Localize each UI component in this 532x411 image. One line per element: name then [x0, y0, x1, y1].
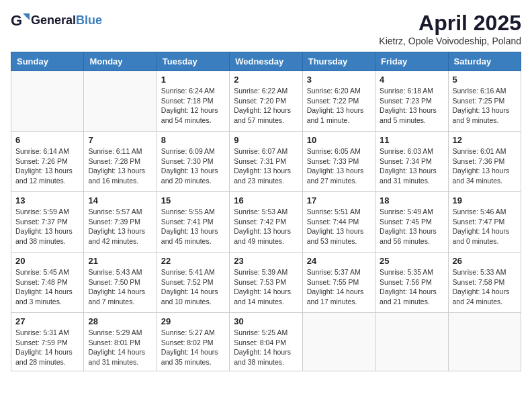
calendar-cell [11, 71, 84, 132]
day-info: Sunrise: 6:09 AMSunset: 7:30 PMDaylight:… [161, 146, 225, 186]
svg-text:G: G [11, 12, 22, 29]
day-info: Sunrise: 6:18 AMSunset: 7:23 PMDaylight:… [380, 86, 443, 126]
day-number: 12 [453, 135, 517, 145]
day-number: 22 [161, 256, 225, 266]
calendar-cell: 7Sunrise: 6:11 AMSunset: 7:28 PMDaylight… [84, 132, 157, 192]
days-header-row: Sunday Monday Tuesday Wednesday Thursday… [11, 52, 521, 71]
day-number: 18 [380, 195, 443, 205]
calendar-cell: 2Sunrise: 6:22 AMSunset: 7:20 PMDaylight… [230, 71, 302, 132]
week-row-4: 20Sunrise: 5:45 AMSunset: 7:48 PMDayligh… [11, 253, 521, 313]
day-info: Sunrise: 6:16 AMSunset: 7:25 PMDaylight:… [453, 86, 517, 126]
logo-blue: Blue [76, 13, 102, 27]
title-area: April 2025 Kietrz, Opole Voivodeship, Po… [379, 11, 521, 46]
day-info: Sunrise: 5:29 AMSunset: 8:01 PMDaylight:… [88, 328, 152, 367]
calendar-table: Sunday Monday Tuesday Wednesday Thursday… [11, 52, 521, 371]
day-info: Sunrise: 5:59 AMSunset: 7:37 PMDaylight:… [15, 207, 79, 246]
calendar-cell: 22Sunrise: 5:41 AMSunset: 7:52 PMDayligh… [157, 253, 229, 313]
calendar-cell: 26Sunrise: 5:33 AMSunset: 7:58 PMDayligh… [448, 253, 521, 313]
day-info: Sunrise: 6:24 AMSunset: 7:18 PMDaylight:… [161, 86, 225, 126]
day-number: 21 [88, 256, 152, 266]
day-info: Sunrise: 5:27 AMSunset: 8:02 PMDaylight:… [161, 328, 225, 367]
calendar-cell: 18Sunrise: 5:49 AMSunset: 7:45 PMDayligh… [375, 192, 448, 253]
day-number: 26 [453, 256, 517, 266]
day-number: 3 [307, 75, 371, 85]
day-number: 8 [161, 135, 225, 145]
day-number: 2 [234, 75, 298, 85]
day-info: Sunrise: 5:43 AMSunset: 7:50 PMDaylight:… [88, 267, 152, 307]
calendar-cell: 29Sunrise: 5:27 AMSunset: 8:02 PMDayligh… [157, 313, 229, 371]
calendar-cell: 27Sunrise: 5:31 AMSunset: 7:59 PMDayligh… [11, 313, 84, 371]
day-info: Sunrise: 5:41 AMSunset: 7:52 PMDaylight:… [161, 267, 225, 307]
day-number: 25 [380, 256, 443, 266]
day-number: 11 [380, 135, 443, 145]
calendar-cell: 28Sunrise: 5:29 AMSunset: 8:01 PMDayligh… [84, 313, 157, 371]
day-info: Sunrise: 5:49 AMSunset: 7:45 PMDaylight:… [380, 207, 443, 246]
calendar-cell [448, 313, 521, 371]
calendar-cell [375, 313, 448, 371]
page-header: G GeneralBlue April 2025 Kietrz, Opole V… [11, 11, 521, 46]
calendar-cell: 23Sunrise: 5:39 AMSunset: 7:53 PMDayligh… [230, 253, 302, 313]
header-tuesday: Tuesday [157, 52, 229, 71]
week-row-3: 13Sunrise: 5:59 AMSunset: 7:37 PMDayligh… [11, 192, 521, 253]
calendar-cell: 12Sunrise: 6:01 AMSunset: 7:36 PMDayligh… [448, 132, 521, 192]
svg-marker-1 [23, 13, 30, 20]
logo-general: General [31, 13, 76, 27]
day-number: 5 [453, 75, 517, 85]
day-info: Sunrise: 5:57 AMSunset: 7:39 PMDaylight:… [88, 207, 152, 246]
day-info: Sunrise: 6:14 AMSunset: 7:26 PMDaylight:… [15, 146, 79, 186]
day-number: 17 [307, 195, 371, 205]
day-info: Sunrise: 5:37 AMSunset: 7:55 PMDaylight:… [307, 267, 371, 307]
calendar-cell: 3Sunrise: 6:20 AMSunset: 7:22 PMDaylight… [302, 71, 375, 132]
day-number: 15 [161, 195, 225, 205]
calendar-cell: 6Sunrise: 6:14 AMSunset: 7:26 PMDaylight… [11, 132, 84, 192]
calendar-cell: 21Sunrise: 5:43 AMSunset: 7:50 PMDayligh… [84, 253, 157, 313]
day-info: Sunrise: 6:22 AMSunset: 7:20 PMDaylight:… [234, 86, 298, 126]
month-title: April 2025 [379, 11, 521, 36]
day-number: 20 [15, 256, 79, 266]
header-monday: Monday [84, 52, 157, 71]
calendar-cell [84, 71, 157, 132]
day-info: Sunrise: 5:45 AMSunset: 7:48 PMDaylight:… [15, 267, 79, 307]
calendar-cell: 15Sunrise: 5:55 AMSunset: 7:41 PMDayligh… [157, 192, 229, 253]
day-number: 13 [15, 195, 79, 205]
day-info: Sunrise: 5:33 AMSunset: 7:58 PMDaylight:… [453, 267, 517, 307]
header-saturday: Saturday [448, 52, 521, 71]
week-row-2: 6Sunrise: 6:14 AMSunset: 7:26 PMDaylight… [11, 132, 521, 192]
calendar-cell [302, 313, 375, 371]
day-number: 9 [234, 135, 298, 145]
header-friday: Friday [375, 52, 448, 71]
day-info: Sunrise: 5:51 AMSunset: 7:44 PMDaylight:… [307, 207, 371, 246]
calendar-cell: 14Sunrise: 5:57 AMSunset: 7:39 PMDayligh… [84, 192, 157, 253]
day-number: 19 [453, 195, 517, 205]
day-info: Sunrise: 5:25 AMSunset: 8:04 PMDaylight:… [234, 328, 298, 367]
day-info: Sunrise: 5:55 AMSunset: 7:41 PMDaylight:… [161, 207, 225, 246]
day-number: 23 [234, 256, 298, 266]
day-number: 28 [88, 316, 152, 326]
day-number: 6 [15, 135, 79, 145]
calendar-cell: 5Sunrise: 6:16 AMSunset: 7:25 PMDaylight… [448, 71, 521, 132]
calendar-cell: 19Sunrise: 5:46 AMSunset: 7:47 PMDayligh… [448, 192, 521, 253]
week-row-5: 27Sunrise: 5:31 AMSunset: 7:59 PMDayligh… [11, 313, 521, 371]
day-info: Sunrise: 6:03 AMSunset: 7:34 PMDaylight:… [380, 146, 443, 186]
day-number: 24 [307, 256, 371, 266]
day-info: Sunrise: 5:39 AMSunset: 7:53 PMDaylight:… [234, 267, 298, 307]
week-row-1: 1Sunrise: 6:24 AMSunset: 7:18 PMDaylight… [11, 71, 521, 132]
calendar-cell: 4Sunrise: 6:18 AMSunset: 7:23 PMDaylight… [375, 71, 448, 132]
header-wednesday: Wednesday [230, 52, 302, 71]
calendar-cell: 9Sunrise: 6:07 AMSunset: 7:31 PMDaylight… [230, 132, 302, 192]
logo-icon: G [11, 11, 30, 30]
day-number: 10 [307, 135, 371, 145]
calendar-cell: 1Sunrise: 6:24 AMSunset: 7:18 PMDaylight… [157, 71, 229, 132]
day-info: Sunrise: 6:07 AMSunset: 7:31 PMDaylight:… [234, 146, 298, 186]
calendar-cell: 20Sunrise: 5:45 AMSunset: 7:48 PMDayligh… [11, 253, 84, 313]
day-info: Sunrise: 6:05 AMSunset: 7:33 PMDaylight:… [307, 146, 371, 186]
header-thursday: Thursday [302, 52, 375, 71]
day-info: Sunrise: 6:20 AMSunset: 7:22 PMDaylight:… [307, 86, 371, 126]
day-number: 27 [15, 316, 79, 326]
calendar-cell: 30Sunrise: 5:25 AMSunset: 8:04 PMDayligh… [230, 313, 302, 371]
calendar-cell: 10Sunrise: 6:05 AMSunset: 7:33 PMDayligh… [302, 132, 375, 192]
day-number: 16 [234, 195, 298, 205]
calendar-cell: 13Sunrise: 5:59 AMSunset: 7:37 PMDayligh… [11, 192, 84, 253]
day-number: 7 [88, 135, 152, 145]
day-info: Sunrise: 5:53 AMSunset: 7:42 PMDaylight:… [234, 207, 298, 246]
